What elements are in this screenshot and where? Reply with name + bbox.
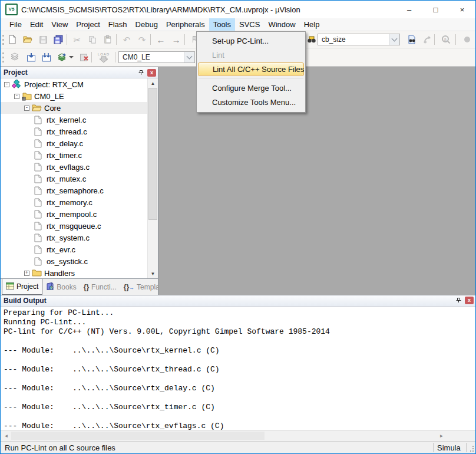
menu-svcs[interactable]: SVCS [235,18,264,31]
tree-item-cm0-le[interactable]: -CM0_LE [1,90,148,102]
cut-button[interactable]: ✂ [70,33,84,46]
undo-button[interactable]: ↶ [120,33,134,46]
search-combobox[interactable]: cb_size [318,34,400,45]
tree-item-rtx-semaphore-c[interactable]: rtx_semaphore.c [1,185,148,196]
copy-button[interactable] [85,33,100,46]
build-output-hscrollbar[interactable]: ◄ ► [1,430,475,441]
scroll-right-button[interactable]: ► [437,431,447,440]
toolbar-grip[interactable] [2,52,6,62]
tree-item-os-systick-c[interactable]: os_systick.c [1,255,148,267]
binoculars-icon [307,35,316,44]
scroll-up-button[interactable]: ▲ [148,78,158,88]
save-all-button[interactable] [51,33,65,46]
tree-item-rtx-mutex-c[interactable]: rtx_mutex.c [1,173,148,185]
menu-item-customize-tools-menu[interactable]: Customize Tools Menu... [197,96,305,110]
find-next-icon [423,35,432,44]
navigate-forward-button[interactable]: → [169,33,183,46]
project-panel: Project x -Project: RTX_CM-CM0_LE-Corert… [1,67,158,295]
save-button[interactable] [36,33,50,46]
translate-button[interactable] [8,51,22,64]
tree-item-core[interactable]: -Core [1,102,148,114]
tree-item-rtx-delay-c[interactable]: rtx_delay.c [1,137,148,149]
search-magnifier-button[interactable]: a [439,33,453,46]
tools-menu: Set-up PC-Lint...LintLint All C/C++ Sour… [196,31,306,113]
tree-item-rtx-system-c[interactable]: rtx_system.c [1,232,148,244]
menu-view[interactable]: View [47,18,72,31]
tree-item-rtx-msgqueue-c[interactable]: rtx_msgqueue.c [1,220,148,232]
menu-item-set-up-pc-lint[interactable]: Set-up PC-Lint... [197,34,305,48]
download-button[interactable]: LOAD [95,50,113,65]
menu-item-lint-all-c-c-source-files[interactable]: Lint All C/C++ Source Files [198,62,304,76]
target-combobox[interactable]: CM0_LE [118,51,195,63]
build-output-line: --- Module: ..\..\..\Source\rtx_delay.c … [4,384,472,393]
menu-peripherals[interactable]: Peripherals [162,18,209,31]
tree-item-rtx-memory-c[interactable]: rtx_memory.c [1,196,148,208]
file-icon [34,151,42,160]
menu-file[interactable]: File [5,18,26,31]
batch-build-button[interactable] [55,51,69,64]
menu-flash[interactable]: Flash [104,18,131,31]
project-panel-close-button[interactable]: x [147,69,156,77]
redo-button[interactable]: ↷ [135,33,149,46]
rebuild-button[interactable] [39,51,54,64]
collapse-expander-icon[interactable]: - [14,94,19,99]
save-icon [39,35,48,44]
menu-help[interactable]: Help [300,18,324,31]
templates-tab-icon: {}→ [124,283,134,291]
scrollbar-thumb[interactable] [11,432,265,440]
batch-build-dropdown-button[interactable] [68,51,75,64]
file-icon [34,210,42,219]
project-tree: -Project: RTX_CM-CM0_LE-Corertx_kernel.c… [1,78,158,278]
menu-edit[interactable]: Edit [26,18,47,31]
find-in-files-icon [407,35,416,44]
new-file-button[interactable] [5,33,19,46]
menu-project[interactable]: Project [72,18,104,31]
build-output-close-button[interactable]: x [465,297,474,304]
tab-functi[interactable]: {}Functi... [80,279,120,295]
menu-tools[interactable]: Tools [209,18,235,31]
tree-item-rtx-mempool-c[interactable]: rtx_mempool.c [1,208,148,220]
target-combobox-dropdown-button[interactable] [184,52,194,62]
collapse-expander-icon[interactable]: - [4,82,9,87]
tree-item-rtx-timer-c[interactable]: rtx_timer.c [1,149,148,161]
paste-button[interactable] [101,33,115,46]
auto-hide-pin-button[interactable] [137,68,145,77]
tree-item-rtx-evflags-c[interactable]: rtx_evflags.c [1,161,148,173]
close-icon: x [468,298,471,303]
menu-window[interactable]: Window [264,18,299,31]
expand-expander-icon[interactable]: + [24,271,29,276]
scroll-left-button[interactable]: ◄ [1,431,11,440]
tree-item-project-rtx-cm[interactable]: -Project: RTX_CM [1,78,148,90]
menu-item-configure-merge-tool[interactable]: Configure Merge Tool... [197,81,305,96]
tab-project[interactable]: Project [2,279,42,295]
stop-build-button[interactable] [77,51,91,64]
auto-hide-pin-button[interactable] [454,297,462,305]
project-tree-scrollbar[interactable]: ▲ ▼ [147,78,158,278]
build-output-line: --- Module: ..\..\..\Source\rtx_timer.c … [4,403,472,412]
open-file-button[interactable] [21,33,35,46]
tree-item-rtx-thread-c[interactable]: rtx_thread.c [1,126,148,137]
tab-books[interactable]: ?Books [42,279,80,295]
navigate-back-button[interactable]: ← [154,33,168,46]
menu-item-lint[interactable]: Lint [197,48,305,62]
maximize-button[interactable]: □ [422,1,449,18]
minimize-button[interactable]: – [396,1,422,18]
breakpoint-button[interactable] [460,33,474,46]
find-next-button[interactable] [420,33,434,46]
window-controls: – □ × [396,1,475,18]
find-in-files-button[interactable] [405,33,419,46]
tree-item-handlers[interactable]: +Handlers [1,267,148,278]
resize-grip[interactable] [467,442,475,453]
scrollbar-thumb[interactable] [148,88,157,220]
tree-item-rtx-kernel-c[interactable]: rtx_kernel.c [1,114,148,126]
binoculars-button[interactable] [305,33,319,46]
scroll-down-button[interactable]: ▼ [148,269,158,278]
build-output-content[interactable]: Preparing for PC-Lint...Running PC-Lint.… [1,307,475,430]
collapse-expander-icon[interactable]: - [24,106,29,111]
tree-item-rtx-evr-c[interactable]: rtx_evr.c [1,244,148,255]
menu-debug[interactable]: Debug [131,18,162,31]
build-button[interactable] [24,51,38,64]
close-button[interactable]: × [449,1,475,18]
title-bar[interactable]: V5 C:\W\CMSIS_5\CMSIS\RTOS2\RTX\Library\… [1,1,475,18]
search-combobox-dropdown-button[interactable] [389,34,399,45]
